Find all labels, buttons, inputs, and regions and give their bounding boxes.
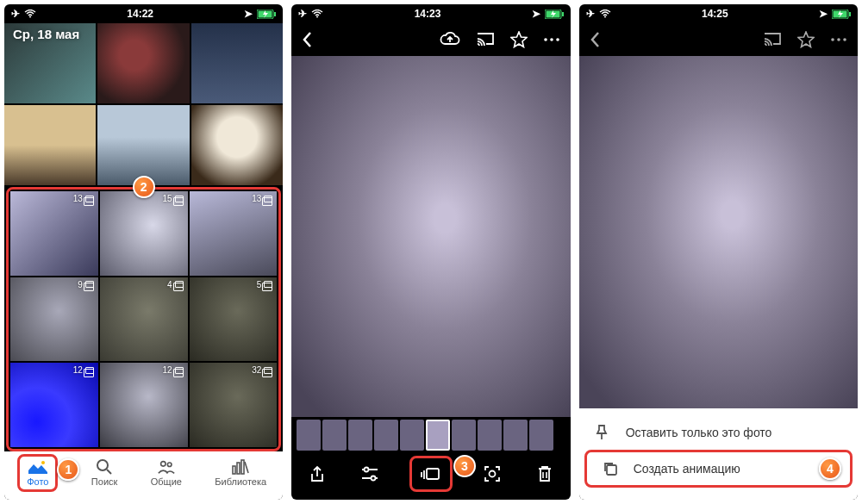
photo-viewer[interactable] — [291, 56, 570, 417]
svg-point-23 — [371, 476, 375, 481]
filmstrip-item[interactable] — [478, 420, 502, 451]
photo-viewer[interactable] — [579, 56, 858, 408]
burst-thumb[interactable]: 13 — [10, 191, 98, 276]
burst-thumb[interactable]: 12 — [100, 363, 188, 447]
svg-point-5 — [97, 460, 108, 470]
status-bar: ✈ 14:23 ➤ — [291, 4, 570, 23]
battery-icon — [257, 9, 276, 19]
svg-rect-16 — [562, 12, 564, 16]
shared-icon — [157, 459, 176, 475]
step-badge-3: 3 — [453, 455, 476, 477]
photo-grid-top — [4, 23, 283, 185]
filmstrip-item[interactable] — [297, 420, 321, 451]
step-badge-1: 1 — [57, 458, 79, 481]
burst-thumb[interactable]: 32 — [190, 363, 278, 447]
library-icon — [231, 459, 250, 475]
filmstrip-item[interactable] — [452, 420, 476, 451]
back-button[interactable] — [590, 31, 600, 48]
search-icon — [95, 459, 114, 475]
burst-button-highlight: 3 — [409, 456, 453, 492]
svg-point-17 — [544, 38, 547, 41]
lens-button[interactable] — [480, 462, 504, 486]
step-badge-2: 2 — [133, 176, 155, 198]
tab-library[interactable]: Библиотека — [215, 459, 266, 487]
more-icon[interactable] — [830, 37, 847, 42]
photo-thumb[interactable] — [191, 105, 283, 185]
photo-thumb[interactable] — [97, 105, 189, 185]
burst-thumb[interactable]: 9 — [10, 277, 98, 362]
burst-icon — [264, 281, 272, 288]
photo-thumb[interactable] — [97, 23, 189, 103]
svg-point-34 — [843, 38, 846, 41]
battery-icon — [832, 9, 851, 19]
svg-point-0 — [29, 16, 31, 18]
filmstrip-item[interactable] — [503, 420, 528, 451]
tab-label: Фото — [27, 476, 48, 487]
svg-point-21 — [364, 468, 368, 472]
burst-thumb[interactable]: 12 — [10, 363, 98, 447]
airplane-icon: ✈ — [586, 8, 595, 20]
burst-filmstrip[interactable] — [291, 417, 570, 453]
edit-button[interactable] — [358, 462, 382, 486]
filmstrip-item-selected[interactable] — [426, 420, 450, 451]
svg-point-33 — [837, 38, 840, 41]
photo-thumb[interactable] — [191, 23, 283, 103]
svg-rect-31 — [849, 12, 851, 16]
filmstrip-item[interactable] — [322, 420, 347, 451]
svg-rect-11 — [241, 460, 244, 474]
step-badge-4: 4 — [819, 457, 841, 480]
location-icon: ➤ — [244, 8, 253, 20]
photo-icon — [28, 459, 47, 475]
airplane-icon: ✈ — [11, 8, 20, 20]
status-time: 14:22 — [127, 8, 153, 20]
svg-point-13 — [316, 16, 318, 18]
filmstrip-item[interactable] — [374, 420, 398, 451]
cast-icon[interactable] — [763, 32, 782, 47]
cast-icon[interactable] — [476, 32, 495, 47]
copy-icon — [603, 461, 620, 476]
burst-button[interactable] — [419, 462, 443, 486]
photo-tab-highlight: 1 Фото — [17, 454, 58, 492]
burst-thumb[interactable]: 5 — [190, 277, 278, 362]
filmstrip-item[interactable] — [529, 420, 553, 451]
tab-label: Общие — [151, 476, 182, 487]
delete-button[interactable] — [533, 462, 557, 486]
keep-only-action[interactable]: Оставить только это фото — [579, 415, 858, 450]
burst-actions-panel: Оставить только это фото 4 Создать анима… — [579, 408, 858, 500]
phone-screen-1: ✈ 14:22 ➤ Ср, 18 мая 2 13 15 13 — [4, 4, 283, 500]
action-label: Создать анимацию — [634, 462, 740, 476]
filmstrip-item[interactable] — [348, 420, 372, 451]
bottom-tabbar: 1 Фото Поиск Общие — [4, 451, 283, 500]
create-animation-action[interactable]: Создать анимацию — [587, 452, 850, 485]
status-time: 14:25 — [702, 8, 728, 20]
action-label: Оставить только это фото — [626, 426, 772, 439]
burst-thumb[interactable]: 15 — [100, 191, 188, 276]
filmstrip-item[interactable] — [400, 420, 424, 451]
star-icon[interactable] — [797, 31, 815, 48]
svg-rect-3 — [274, 12, 276, 16]
cloud-backup-icon[interactable] — [440, 32, 460, 47]
svg-line-12 — [245, 462, 248, 473]
star-icon[interactable] — [510, 31, 528, 48]
svg-rect-24 — [427, 469, 439, 479]
burst-thumb[interactable]: 4 — [100, 277, 188, 362]
pin-icon — [595, 424, 612, 441]
tab-photo[interactable]: Фото — [27, 459, 48, 487]
burst-icon — [175, 281, 184, 288]
svg-point-4 — [41, 461, 45, 464]
viewer-topbar — [579, 23, 858, 56]
burst-thumb[interactable]: 13 — [190, 191, 278, 276]
tab-label: Библиотека — [215, 476, 266, 487]
share-button[interactable] — [305, 462, 329, 486]
svg-rect-9 — [233, 466, 235, 474]
create-animation-highlight: 4 Создать анимацию — [584, 450, 853, 488]
svg-point-32 — [831, 38, 834, 41]
burst-icon — [264, 367, 272, 374]
back-button[interactable] — [302, 31, 312, 48]
more-icon[interactable] — [543, 37, 560, 42]
svg-point-18 — [550, 38, 553, 41]
burst-icon — [85, 281, 94, 288]
photo-thumb[interactable] — [4, 105, 96, 185]
tab-search[interactable]: Поиск — [91, 459, 117, 487]
tab-shared[interactable]: Общие — [151, 459, 182, 487]
